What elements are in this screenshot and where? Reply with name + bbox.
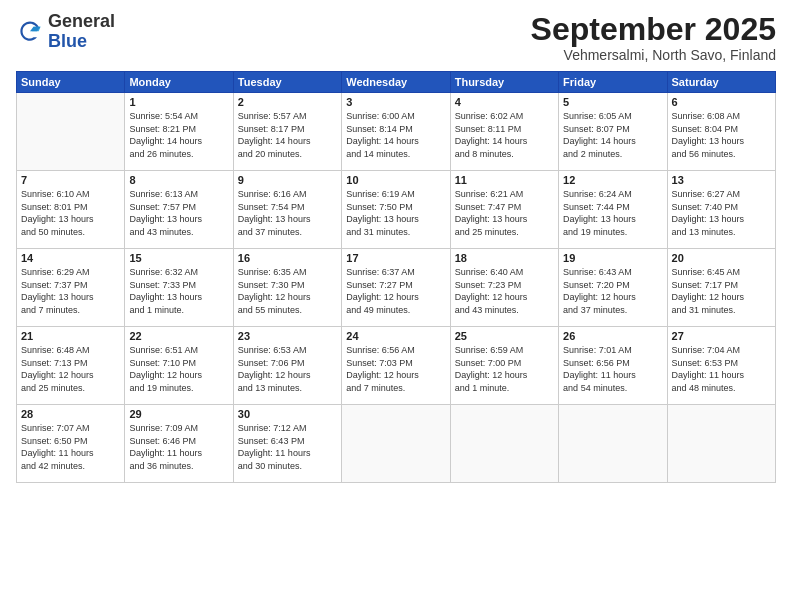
day-number: 18 [455, 252, 554, 264]
day-info: Sunrise: 6:37 AM Sunset: 7:27 PM Dayligh… [346, 266, 445, 316]
day-info: Sunrise: 6:21 AM Sunset: 7:47 PM Dayligh… [455, 188, 554, 238]
day-number: 8 [129, 174, 228, 186]
day-info: Sunrise: 7:01 AM Sunset: 6:56 PM Dayligh… [563, 344, 662, 394]
day-info: Sunrise: 5:57 AM Sunset: 8:17 PM Dayligh… [238, 110, 337, 160]
calendar-cell [450, 405, 558, 483]
day-number: 19 [563, 252, 662, 264]
calendar-cell [667, 405, 775, 483]
month-title: September 2025 [531, 12, 776, 47]
calendar-cell: 26Sunrise: 7:01 AM Sunset: 6:56 PM Dayli… [559, 327, 667, 405]
day-info: Sunrise: 6:08 AM Sunset: 8:04 PM Dayligh… [672, 110, 771, 160]
calendar-cell [17, 93, 125, 171]
day-number: 28 [21, 408, 120, 420]
day-number: 27 [672, 330, 771, 342]
calendar-week-1: 1Sunrise: 5:54 AM Sunset: 8:21 PM Daylig… [17, 93, 776, 171]
day-number: 23 [238, 330, 337, 342]
day-info: Sunrise: 6:43 AM Sunset: 7:20 PM Dayligh… [563, 266, 662, 316]
day-info: Sunrise: 6:53 AM Sunset: 7:06 PM Dayligh… [238, 344, 337, 394]
day-info: Sunrise: 7:04 AM Sunset: 6:53 PM Dayligh… [672, 344, 771, 394]
day-number: 5 [563, 96, 662, 108]
day-number: 7 [21, 174, 120, 186]
day-info: Sunrise: 6:05 AM Sunset: 8:07 PM Dayligh… [563, 110, 662, 160]
day-info: Sunrise: 6:19 AM Sunset: 7:50 PM Dayligh… [346, 188, 445, 238]
logo-icon [16, 18, 44, 46]
day-info: Sunrise: 6:48 AM Sunset: 7:13 PM Dayligh… [21, 344, 120, 394]
calendar-cell: 25Sunrise: 6:59 AM Sunset: 7:00 PM Dayli… [450, 327, 558, 405]
day-number: 25 [455, 330, 554, 342]
day-info: Sunrise: 6:16 AM Sunset: 7:54 PM Dayligh… [238, 188, 337, 238]
day-info: Sunrise: 7:12 AM Sunset: 6:43 PM Dayligh… [238, 422, 337, 472]
calendar-cell: 17Sunrise: 6:37 AM Sunset: 7:27 PM Dayli… [342, 249, 450, 327]
calendar-cell: 7Sunrise: 6:10 AM Sunset: 8:01 PM Daylig… [17, 171, 125, 249]
logo-blue-text: Blue [48, 31, 87, 51]
weekday-header-row: Sunday Monday Tuesday Wednesday Thursday… [17, 72, 776, 93]
calendar-cell: 22Sunrise: 6:51 AM Sunset: 7:10 PM Dayli… [125, 327, 233, 405]
day-info: Sunrise: 6:29 AM Sunset: 7:37 PM Dayligh… [21, 266, 120, 316]
day-number: 26 [563, 330, 662, 342]
day-info: Sunrise: 6:24 AM Sunset: 7:44 PM Dayligh… [563, 188, 662, 238]
day-number: 29 [129, 408, 228, 420]
day-info: Sunrise: 6:02 AM Sunset: 8:11 PM Dayligh… [455, 110, 554, 160]
calendar-week-4: 21Sunrise: 6:48 AM Sunset: 7:13 PM Dayli… [17, 327, 776, 405]
calendar-cell: 28Sunrise: 7:07 AM Sunset: 6:50 PM Dayli… [17, 405, 125, 483]
logo-general-text: General [48, 11, 115, 31]
day-number: 9 [238, 174, 337, 186]
header-sunday: Sunday [17, 72, 125, 93]
calendar-cell [342, 405, 450, 483]
day-number: 4 [455, 96, 554, 108]
day-info: Sunrise: 6:51 AM Sunset: 7:10 PM Dayligh… [129, 344, 228, 394]
calendar-week-2: 7Sunrise: 6:10 AM Sunset: 8:01 PM Daylig… [17, 171, 776, 249]
day-number: 2 [238, 96, 337, 108]
day-number: 6 [672, 96, 771, 108]
day-number: 24 [346, 330, 445, 342]
calendar-cell: 23Sunrise: 6:53 AM Sunset: 7:06 PM Dayli… [233, 327, 341, 405]
calendar-week-3: 14Sunrise: 6:29 AM Sunset: 7:37 PM Dayli… [17, 249, 776, 327]
calendar-week-5: 28Sunrise: 7:07 AM Sunset: 6:50 PM Dayli… [17, 405, 776, 483]
calendar-cell: 24Sunrise: 6:56 AM Sunset: 7:03 PM Dayli… [342, 327, 450, 405]
calendar-cell: 16Sunrise: 6:35 AM Sunset: 7:30 PM Dayli… [233, 249, 341, 327]
calendar-cell: 15Sunrise: 6:32 AM Sunset: 7:33 PM Dayli… [125, 249, 233, 327]
day-number: 16 [238, 252, 337, 264]
day-info: Sunrise: 6:10 AM Sunset: 8:01 PM Dayligh… [21, 188, 120, 238]
calendar-cell: 21Sunrise: 6:48 AM Sunset: 7:13 PM Dayli… [17, 327, 125, 405]
day-number: 3 [346, 96, 445, 108]
day-info: Sunrise: 5:54 AM Sunset: 8:21 PM Dayligh… [129, 110, 228, 160]
day-info: Sunrise: 6:40 AM Sunset: 7:23 PM Dayligh… [455, 266, 554, 316]
calendar-cell: 6Sunrise: 6:08 AM Sunset: 8:04 PM Daylig… [667, 93, 775, 171]
calendar-cell: 12Sunrise: 6:24 AM Sunset: 7:44 PM Dayli… [559, 171, 667, 249]
day-number: 20 [672, 252, 771, 264]
calendar-cell: 13Sunrise: 6:27 AM Sunset: 7:40 PM Dayli… [667, 171, 775, 249]
day-number: 12 [563, 174, 662, 186]
day-info: Sunrise: 7:09 AM Sunset: 6:46 PM Dayligh… [129, 422, 228, 472]
day-number: 10 [346, 174, 445, 186]
calendar-cell [559, 405, 667, 483]
header-thursday: Thursday [450, 72, 558, 93]
day-info: Sunrise: 6:32 AM Sunset: 7:33 PM Dayligh… [129, 266, 228, 316]
calendar: Sunday Monday Tuesday Wednesday Thursday… [16, 71, 776, 483]
calendar-cell: 20Sunrise: 6:45 AM Sunset: 7:17 PM Dayli… [667, 249, 775, 327]
day-info: Sunrise: 6:56 AM Sunset: 7:03 PM Dayligh… [346, 344, 445, 394]
day-info: Sunrise: 6:45 AM Sunset: 7:17 PM Dayligh… [672, 266, 771, 316]
calendar-cell: 4Sunrise: 6:02 AM Sunset: 8:11 PM Daylig… [450, 93, 558, 171]
title-block: September 2025 Vehmersalmi, North Savo, … [531, 12, 776, 63]
header-friday: Friday [559, 72, 667, 93]
location: Vehmersalmi, North Savo, Finland [531, 47, 776, 63]
header-wednesday: Wednesday [342, 72, 450, 93]
day-info: Sunrise: 6:35 AM Sunset: 7:30 PM Dayligh… [238, 266, 337, 316]
calendar-cell: 2Sunrise: 5:57 AM Sunset: 8:17 PM Daylig… [233, 93, 341, 171]
day-number: 1 [129, 96, 228, 108]
day-number: 13 [672, 174, 771, 186]
day-number: 15 [129, 252, 228, 264]
header-tuesday: Tuesday [233, 72, 341, 93]
calendar-cell: 1Sunrise: 5:54 AM Sunset: 8:21 PM Daylig… [125, 93, 233, 171]
calendar-cell: 3Sunrise: 6:00 AM Sunset: 8:14 PM Daylig… [342, 93, 450, 171]
day-info: Sunrise: 6:27 AM Sunset: 7:40 PM Dayligh… [672, 188, 771, 238]
header-saturday: Saturday [667, 72, 775, 93]
calendar-cell: 9Sunrise: 6:16 AM Sunset: 7:54 PM Daylig… [233, 171, 341, 249]
day-number: 22 [129, 330, 228, 342]
calendar-cell: 14Sunrise: 6:29 AM Sunset: 7:37 PM Dayli… [17, 249, 125, 327]
day-info: Sunrise: 6:00 AM Sunset: 8:14 PM Dayligh… [346, 110, 445, 160]
day-number: 21 [21, 330, 120, 342]
calendar-cell: 10Sunrise: 6:19 AM Sunset: 7:50 PM Dayli… [342, 171, 450, 249]
calendar-cell: 29Sunrise: 7:09 AM Sunset: 6:46 PM Dayli… [125, 405, 233, 483]
